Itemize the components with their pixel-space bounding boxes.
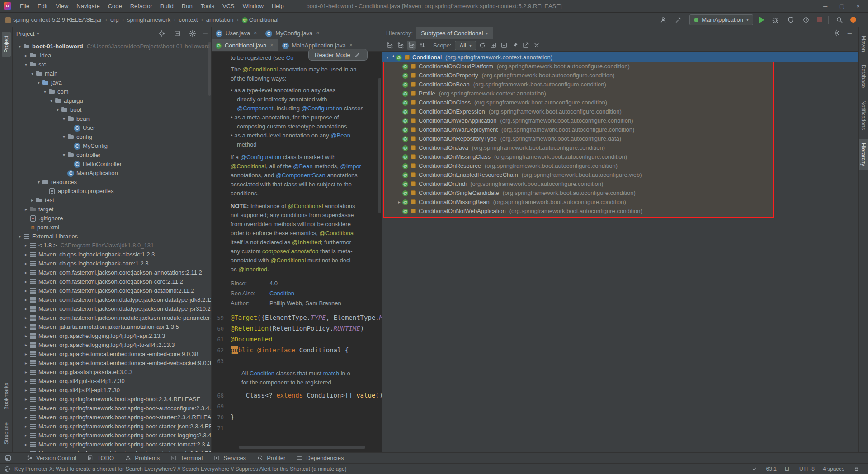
indent-setting[interactable]: 4 spaces (823, 466, 844, 472)
menu-code[interactable]: Code (104, 3, 126, 9)
project-tree-item[interactable]: ▸Maven: org.apache.tomcat.embed:tomcat-e… (13, 349, 211, 358)
hierarchy-row[interactable]: @ConditionalOnProperty(org.springframewo… (382, 71, 858, 80)
tool-window-button-profiler[interactable]: Profiler (256, 454, 285, 462)
project-tree-item[interactable]: ▸Maven: org.apache.logging.log4j:log4j-t… (13, 340, 211, 349)
tree-chevron[interactable]: ▾ (61, 152, 67, 157)
breadcrumb-item[interactable]: annotation (205, 16, 235, 23)
project-tree-item[interactable]: ▾java (13, 78, 211, 87)
tool-window-button-problems[interactable]: Problems (124, 454, 160, 462)
scope-select[interactable]: All ▾ (455, 41, 476, 50)
project-tree-item[interactable]: ▸Maven: org.springframework.boot:spring-… (13, 403, 211, 412)
project-tree-item[interactable]: ▾src (13, 60, 211, 69)
code-with-me-icon[interactable] (659, 15, 668, 24)
hierarchy-row[interactable]: @ConditionalOnRepositoryType(org.springf… (382, 134, 858, 143)
tree-chevron[interactable]: ▸ (23, 297, 29, 302)
editor-body[interactable]: to be registered (see CoThe @Conditional… (212, 52, 382, 452)
project-tree-item[interactable]: ▸Maven: com.fasterxml.jackson.core:jacks… (13, 286, 211, 295)
tree-chevron[interactable]: ▸ (23, 315, 29, 320)
project-tree-item[interactable]: ▸Maven: org.springframework.boot:spring-… (13, 449, 211, 452)
hierarchy-row[interactable]: @ConditionalOnWarDeployment(org.springfr… (382, 125, 858, 134)
project-tree-item[interactable]: ▸Maven: org.slf4j:slf4j-api:1.7.30 (13, 385, 211, 394)
close-tab-icon[interactable]: × (316, 30, 320, 36)
hierarchy-row[interactable]: @ConditionalOnEnabledResourceChain(org.s… (382, 170, 858, 179)
close-tab-icon[interactable]: × (270, 42, 274, 48)
tree-chevron[interactable]: ▸ (23, 333, 29, 338)
supertypes-hierarchy-icon[interactable] (396, 41, 405, 50)
project-tree-item[interactable]: .gitignore (13, 213, 211, 223)
project-tree-item[interactable]: ▸Maven: com.fasterxml.jackson.datatype:j… (13, 304, 211, 313)
tree-chevron[interactable]: ▸ (23, 351, 29, 356)
collapse-all-icon[interactable] (500, 41, 509, 50)
project-tree-item[interactable]: ▸Maven: jakarta.annotation:jakarta.annot… (13, 322, 211, 331)
project-tree-item[interactable]: ▸Maven: org.springframework.boot:spring-… (13, 440, 211, 449)
tree-chevron[interactable]: ▾ (16, 44, 23, 49)
project-tree-item[interactable]: ▾main (13, 69, 211, 78)
editor-tab-conditional-java[interactable]: @Conditional.java× (212, 39, 278, 51)
project-tree-item[interactable]: ▸Maven: com.fasterxml.jackson.core:jacks… (13, 277, 211, 286)
menu-edit[interactable]: Edit (33, 3, 52, 9)
project-tree-item[interactable]: ▾resources (13, 177, 211, 186)
tree-chevron[interactable]: ▸ (23, 53, 29, 58)
project-tree-item[interactable]: ▸Maven: org.glassfish:jakarta.el:3.0.3 (13, 367, 211, 376)
tree-chevron[interactable]: ▸ (23, 379, 29, 384)
menu-tools[interactable]: Tools (197, 3, 218, 9)
project-tree-item[interactable]: ▸Maven: org.springframework.boot:spring-… (13, 431, 211, 440)
project-tree-item[interactable]: ▾External Libraries (13, 232, 211, 241)
hide-tool-window-icon[interactable]: ─ (203, 30, 208, 37)
locate-file-icon[interactable] (157, 29, 166, 38)
tree-chevron[interactable]: ▸ (23, 342, 29, 347)
tree-chevron[interactable]: ▸ (23, 252, 29, 257)
tool-window-button-terminal[interactable]: Terminal (170, 454, 203, 462)
hierarchy-row[interactable]: @Profile(org.springframework.context.ann… (382, 89, 858, 98)
collapse-all-icon[interactable] (173, 29, 182, 38)
project-tree-item[interactable]: ▾com (13, 87, 211, 96)
tree-chevron[interactable]: ▸ (23, 406, 29, 411)
breadcrumb-item[interactable]: spring-context-5.2.9.RELEASE.jar (5, 16, 103, 23)
menu-refactor[interactable]: Refactor (126, 3, 156, 9)
hierarchy-row[interactable]: @ConditionalOnBean(org.springframework.b… (382, 80, 858, 89)
read-only-lock-icon[interactable] (853, 465, 860, 473)
tree-chevron[interactable]: ▸ (23, 324, 29, 329)
menu-view[interactable]: View (52, 3, 72, 9)
project-tree-item[interactable]: ▸target (13, 204, 211, 213)
project-tree-item[interactable]: ▸Maven: org.springframework.boot:spring-… (13, 394, 211, 403)
inspections-ok-icon[interactable] (751, 465, 758, 473)
hierarchy-tab[interactable]: Subtypes of Conditional ▾ (416, 27, 492, 39)
close-button[interactable]: × (856, 0, 860, 13)
project-title[interactable]: Project (16, 30, 34, 37)
project-tree-item[interactable]: ▸Maven: org.springframework.boot:spring-… (13, 422, 211, 431)
tool-stripe-notifications[interactable]: Notifications (859, 96, 868, 134)
project-tree-item[interactable]: ▸Maven: org.apache.logging.log4j:log4j-a… (13, 331, 211, 340)
menu-help[interactable]: Help (268, 3, 288, 9)
tree-chevron[interactable]: ▸ (23, 451, 29, 453)
tree-chevron[interactable]: ▸ (23, 270, 29, 275)
close-tab-icon[interactable]: × (254, 30, 257, 36)
stop-button[interactable] (817, 17, 822, 22)
editor-horizontal-scrollbar[interactable] (239, 446, 365, 449)
tree-chevron[interactable]: ▸ (23, 388, 29, 393)
close-icon[interactable] (532, 41, 541, 50)
tree-chevron[interactable]: ▸ (23, 243, 29, 248)
file-encoding[interactable]: UTF-8 (799, 466, 815, 472)
project-tree-item[interactable]: ▸test (13, 195, 211, 204)
tool-stripe-bookmarks[interactable]: Bookmarks (2, 379, 11, 414)
project-tree-item[interactable]: ▸Maven: org.slf4j:jul-to-slf4j:1.7.30 (13, 376, 211, 385)
tree-chevron[interactable]: ▸ (23, 370, 29, 374)
project-tree-item[interactable]: ▸Maven: ch.qos.logback:logback-core:1.2.… (13, 259, 211, 268)
tree-chevron[interactable]: ▾ (35, 80, 42, 85)
caret-position[interactable]: 63:1 (766, 466, 777, 472)
hierarchy-row[interactable]: @ConditionalOnSingleCandidate(org.spring… (382, 188, 858, 197)
breadcrumb-item[interactable]: context (178, 16, 198, 23)
project-tree-item[interactable]: ▸Maven: com.fasterxml.jackson.datatype:j… (13, 295, 211, 304)
hierarchy-row[interactable]: @ConditionalOnResource(org.springframewo… (382, 161, 858, 170)
close-tab-icon[interactable]: × (349, 42, 353, 48)
plugin-notification-icon[interactable] (850, 17, 856, 23)
settings-gear-icon[interactable] (188, 29, 197, 38)
menu-vcs[interactable]: VCS (218, 3, 239, 9)
tool-stripe-database[interactable]: Database (859, 61, 868, 92)
hierarchy-row[interactable]: @ConditionalOnMissingClass(org.springfra… (382, 152, 858, 161)
project-tree-item[interactable]: CMainApplication (13, 168, 211, 177)
editor-vertical-scrollbar[interactable] (378, 78, 381, 213)
project-tree-item[interactable]: CHelloController (13, 159, 211, 168)
hierarchy-row[interactable]: @ConditionalOnWebApplication(org.springf… (382, 116, 858, 125)
